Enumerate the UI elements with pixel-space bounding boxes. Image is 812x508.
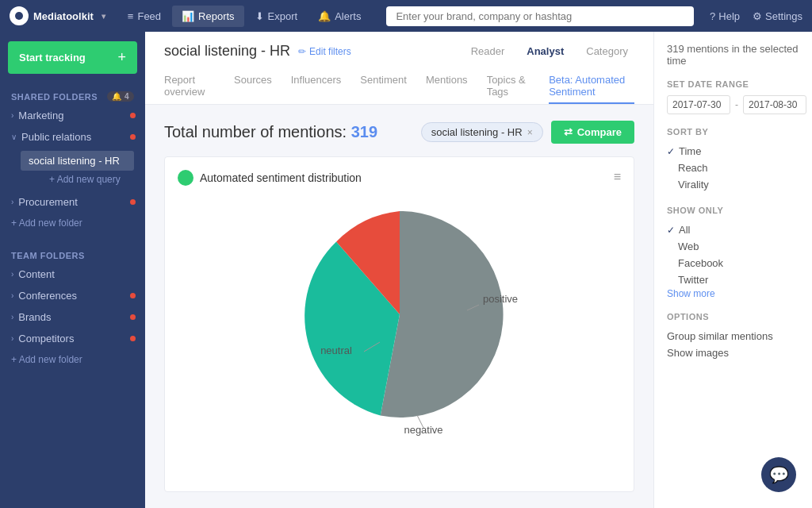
chat-bubble-button[interactable]: 💬 <box>761 457 796 492</box>
nav-automated-sentiment[interactable]: Beta: Automated Sentiment <box>549 69 634 104</box>
mentions-row: Total number of mentions: 319 social lis… <box>164 121 634 144</box>
add-shared-folder-button[interactable]: + Add new folder <box>0 213 145 233</box>
start-tracking-label: Start tracking <box>19 52 86 64</box>
chart-title-row: Automated sentiment distribution <box>178 170 621 186</box>
nav-influencers[interactable]: Influencers <box>291 69 342 104</box>
folder-marketing[interactable]: › Marketing <box>0 105 145 126</box>
rp-show-only-section: SHOW ONLY ✓ All Web Facebook Twitter Sho… <box>667 206 799 299</box>
nav-topics-tags[interactable]: Topics & Tags <box>487 69 530 104</box>
remove-tag-button[interactable]: × <box>527 127 533 138</box>
content-body: Total number of mentions: 319 social lis… <box>145 105 653 508</box>
show-twitter[interactable]: Twitter <box>667 271 799 288</box>
notification-dot <box>130 199 136 205</box>
app-logo[interactable]: Mediatoolkit ▾ <box>10 6 105 25</box>
negative-label: negative <box>404 424 442 436</box>
nav-export[interactable]: ⬇ Export <box>246 6 308 27</box>
pencil-icon: ✏ <box>298 46 306 57</box>
chevron-right-icon: › <box>11 291 13 300</box>
chevron-right-icon: › <box>11 198 13 206</box>
chevron-right-icon: › <box>11 313 13 321</box>
nav-report-overview[interactable]: Report overview <box>164 69 215 104</box>
date-from-input[interactable] <box>667 95 730 114</box>
public-relations-folder-label: Public relations <box>21 131 91 143</box>
notification-dot <box>130 134 136 140</box>
nav-alerts-label: Alerts <box>335 10 361 22</box>
public-relations-subfolder: social listening - HR + Add new query <box>0 148 145 191</box>
app-chevron: ▾ <box>102 12 105 21</box>
sort-reach[interactable]: Reach <box>667 160 799 176</box>
sort-virality[interactable]: Virality <box>667 176 799 193</box>
content-nav: Report overview Sources Influencers Sent… <box>164 69 634 104</box>
active-tag: social listening - HR × <box>421 122 543 142</box>
chat-icon: 💬 <box>769 465 789 484</box>
rp-options-section: OPTIONS Group similar mentions Show imag… <box>667 312 799 361</box>
check-icon: ✓ <box>667 146 675 157</box>
compare-button[interactable]: ⇄ Compare <box>551 121 634 144</box>
show-facebook[interactable]: Facebook <box>667 255 799 271</box>
show-images[interactable]: Show images <box>667 344 799 361</box>
date-to-input[interactable] <box>743 95 806 114</box>
settings-label: Settings <box>765 10 802 22</box>
nav-feed[interactable]: ≡ Feed <box>118 6 170 27</box>
notification-dot <box>130 113 136 118</box>
notification-dot <box>130 336 136 341</box>
export-icon: ⬇ <box>255 10 264 22</box>
chevron-down-icon: ∨ <box>11 133 17 141</box>
compare-icon: ⇄ <box>564 126 573 138</box>
check-icon: ✓ <box>667 225 675 236</box>
nav-sentiment[interactable]: Sentiment <box>360 69 407 104</box>
help-button[interactable]: ? Help <box>710 10 740 22</box>
nav-feed-label: Feed <box>137 10 161 22</box>
nav-sources[interactable]: Sources <box>234 69 272 104</box>
chevron-right-icon: › <box>11 334 13 343</box>
folder-conferences[interactable]: › Conferences <box>0 285 145 306</box>
main-layout: Start tracking + SHARED FOLDERS 🔔 4 › Ma… <box>0 32 812 508</box>
sidebar: Start tracking + SHARED FOLDERS 🔔 4 › Ma… <box>0 32 145 508</box>
date-range-row: - <box>667 95 799 114</box>
add-new-query-button[interactable]: + Add new query <box>21 171 134 188</box>
nav-reports[interactable]: 📊 Reports <box>172 6 244 27</box>
rp-date-range-section: SET DATE RANGE - <box>667 79 799 114</box>
main-content: social listening - HR ✏ Edit filters Rea… <box>145 32 653 508</box>
alerts-icon: 🔔 <box>318 10 331 22</box>
app-name: Mediatoolkit <box>33 10 94 22</box>
feed-icon: ≡ <box>128 10 134 22</box>
folder-brands[interactable]: › Brands <box>0 306 145 328</box>
add-team-folder-button[interactable]: + Add new folder <box>0 349 145 370</box>
content-header-top: social listening - HR ✏ Edit filters Rea… <box>164 43 634 60</box>
tab-category[interactable]: Category <box>580 43 634 60</box>
nav-mentions[interactable]: Mentions <box>426 69 468 104</box>
start-tracking-button[interactable]: Start tracking + <box>8 41 137 74</box>
sidebar-item-social-listening-hr[interactable]: social listening - HR <box>21 151 134 171</box>
folder-procurement[interactable]: › Procurement <box>0 191 145 213</box>
sort-time[interactable]: ✓ Time <box>667 143 799 160</box>
sort-by-title: SORT BY <box>667 127 799 137</box>
group-similar-mentions[interactable]: Group similar mentions <box>667 328 799 344</box>
page-title: social listening - HR <box>164 43 290 60</box>
tab-analyst[interactable]: Analyst <box>520 43 570 60</box>
show-more-button[interactable]: Show more <box>667 288 799 299</box>
chart-menu-button[interactable]: ≡ <box>614 170 621 184</box>
pie-chart-container: neutral positive negative <box>178 195 621 433</box>
reports-icon: 📊 <box>182 10 194 22</box>
show-web[interactable]: Web <box>667 238 799 255</box>
show-all[interactable]: ✓ All <box>667 221 799 238</box>
nav-alerts[interactable]: 🔔 Alerts <box>308 6 370 27</box>
right-panel: 319 mentions in the selected time SET DA… <box>653 32 812 508</box>
search-input[interactable] <box>386 6 694 26</box>
nav-export-label: Export <box>268 10 298 22</box>
settings-button[interactable]: ⚙ Settings <box>753 10 802 22</box>
search-container <box>386 6 694 26</box>
notification-dot <box>130 293 136 298</box>
conferences-folder-label: Conferences <box>18 290 77 302</box>
tab-reader[interactable]: Reader <box>465 43 511 60</box>
marketing-folder-label: Marketing <box>18 110 63 121</box>
folder-public-relations[interactable]: ∨ Public relations social listening - HR… <box>0 126 145 191</box>
chevron-right-icon: › <box>11 270 13 279</box>
folder-competitors[interactable]: › Competitors <box>0 328 145 349</box>
shared-folders-badge: 🔔 4 <box>107 91 134 102</box>
nav-reports-label: Reports <box>198 10 235 22</box>
edit-filters-button[interactable]: ✏ Edit filters <box>298 46 351 57</box>
folder-content[interactable]: › Content <box>0 264 145 285</box>
bell-icon: 🔔 <box>112 92 122 101</box>
